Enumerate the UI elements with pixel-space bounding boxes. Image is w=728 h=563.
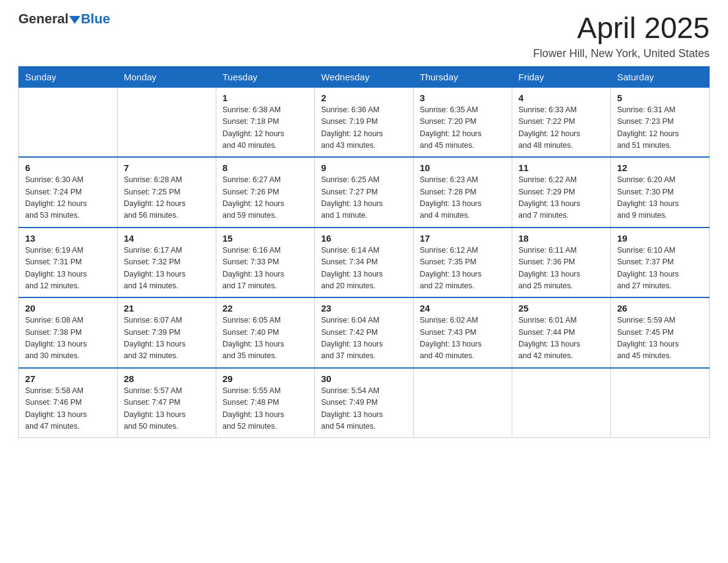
- page-header: General Blue April 2025 Flower Hill, New…: [18, 12, 710, 60]
- day-number: 2: [321, 93, 407, 103]
- day-info: Sunrise: 6:28 AM Sunset: 7:25 PM Dayligh…: [124, 174, 210, 222]
- day-number: 18: [518, 233, 604, 243]
- calendar-cell: 6Sunrise: 6:30 AM Sunset: 7:24 PM Daylig…: [19, 157, 118, 228]
- day-info: Sunrise: 6:22 AM Sunset: 7:29 PM Dayligh…: [518, 174, 604, 222]
- calendar-cell: [414, 368, 512, 438]
- header-cell-friday: Friday: [512, 66, 611, 87]
- calendar-cell: 10Sunrise: 6:23 AM Sunset: 7:28 PM Dayli…: [414, 157, 512, 228]
- day-number: 30: [321, 373, 407, 384]
- day-info: Sunrise: 6:07 AM Sunset: 7:39 PM Dayligh…: [124, 315, 210, 362]
- calendar-cell: 24Sunrise: 6:02 AM Sunset: 7:43 PM Dayli…: [414, 297, 512, 368]
- day-info: Sunrise: 5:55 AM Sunset: 7:48 PM Dayligh…: [222, 385, 308, 433]
- header-cell-saturday: Saturday: [611, 66, 710, 87]
- day-info: Sunrise: 6:12 AM Sunset: 7:35 PM Dayligh…: [420, 245, 506, 293]
- calendar-cell: 14Sunrise: 6:17 AM Sunset: 7:32 PM Dayli…: [118, 228, 216, 298]
- calendar-cell: 16Sunrise: 6:14 AM Sunset: 7:34 PM Dayli…: [315, 228, 414, 298]
- week-row-2: 6Sunrise: 6:30 AM Sunset: 7:24 PM Daylig…: [19, 157, 710, 228]
- day-info: Sunrise: 6:02 AM Sunset: 7:43 PM Dayligh…: [420, 315, 506, 362]
- header-cell-sunday: Sunday: [19, 66, 118, 87]
- day-info: Sunrise: 6:23 AM Sunset: 7:28 PM Dayligh…: [420, 174, 506, 222]
- day-info: Sunrise: 6:25 AM Sunset: 7:27 PM Dayligh…: [321, 174, 407, 222]
- day-number: 1: [222, 93, 308, 103]
- calendar-cell: 21Sunrise: 6:07 AM Sunset: 7:39 PM Dayli…: [118, 297, 216, 368]
- calendar-cell: [611, 368, 710, 438]
- day-number: 5: [617, 93, 703, 103]
- calendar-cell: [512, 368, 611, 438]
- calendar-cell: 12Sunrise: 6:20 AM Sunset: 7:30 PM Dayli…: [611, 157, 710, 228]
- calendar-cell: 3Sunrise: 6:35 AM Sunset: 7:20 PM Daylig…: [414, 87, 512, 157]
- day-info: Sunrise: 6:38 AM Sunset: 7:18 PM Dayligh…: [222, 104, 308, 152]
- day-number: 22: [222, 303, 308, 313]
- day-number: 7: [124, 163, 210, 173]
- day-number: 12: [617, 163, 703, 173]
- day-number: 25: [518, 303, 604, 313]
- calendar-cell: 23Sunrise: 6:04 AM Sunset: 7:42 PM Dayli…: [315, 297, 414, 368]
- day-number: 20: [25, 303, 111, 313]
- day-number: 19: [617, 233, 703, 243]
- calendar-cell: 18Sunrise: 6:11 AM Sunset: 7:36 PM Dayli…: [512, 228, 611, 298]
- day-info: Sunrise: 5:58 AM Sunset: 7:46 PM Dayligh…: [25, 385, 111, 433]
- calendar-cell: 2Sunrise: 6:36 AM Sunset: 7:19 PM Daylig…: [315, 87, 414, 157]
- day-number: 11: [518, 163, 604, 173]
- header-cell-tuesday: Tuesday: [216, 66, 315, 87]
- calendar-cell: 26Sunrise: 5:59 AM Sunset: 7:45 PM Dayli…: [611, 297, 710, 368]
- calendar-cell: 8Sunrise: 6:27 AM Sunset: 7:26 PM Daylig…: [216, 157, 315, 228]
- day-info: Sunrise: 6:08 AM Sunset: 7:38 PM Dayligh…: [25, 315, 111, 362]
- day-info: Sunrise: 6:33 AM Sunset: 7:22 PM Dayligh…: [518, 104, 604, 152]
- calendar-cell: 17Sunrise: 6:12 AM Sunset: 7:35 PM Dayli…: [414, 228, 512, 298]
- header-cell-wednesday: Wednesday: [315, 66, 414, 87]
- day-info: Sunrise: 6:17 AM Sunset: 7:32 PM Dayligh…: [124, 245, 210, 293]
- logo: General Blue: [18, 12, 110, 26]
- day-info: Sunrise: 6:36 AM Sunset: 7:19 PM Dayligh…: [321, 104, 407, 152]
- day-info: Sunrise: 6:20 AM Sunset: 7:30 PM Dayligh…: [617, 174, 703, 222]
- day-info: Sunrise: 6:19 AM Sunset: 7:31 PM Dayligh…: [25, 245, 111, 293]
- day-info: Sunrise: 5:54 AM Sunset: 7:49 PM Dayligh…: [321, 385, 407, 433]
- calendar-cell: 28Sunrise: 5:57 AM Sunset: 7:47 PM Dayli…: [118, 368, 216, 438]
- title-area: April 2025 Flower Hill, New York, United…: [533, 12, 710, 60]
- week-row-4: 20Sunrise: 6:08 AM Sunset: 7:38 PM Dayli…: [19, 297, 710, 368]
- calendar-body: 1Sunrise: 6:38 AM Sunset: 7:18 PM Daylig…: [19, 87, 710, 438]
- day-number: 14: [124, 233, 210, 243]
- day-number: 26: [617, 303, 703, 313]
- calendar-header: SundayMondayTuesdayWednesdayThursdayFrid…: [19, 66, 710, 87]
- day-number: 13: [25, 233, 111, 243]
- day-info: Sunrise: 6:16 AM Sunset: 7:33 PM Dayligh…: [222, 245, 308, 293]
- day-number: 17: [420, 233, 506, 243]
- calendar-cell: 19Sunrise: 6:10 AM Sunset: 7:37 PM Dayli…: [611, 228, 710, 298]
- calendar-cell: 5Sunrise: 6:31 AM Sunset: 7:23 PM Daylig…: [611, 87, 710, 157]
- logo-general-text: General: [18, 12, 69, 26]
- logo-blue-text: Blue: [81, 12, 110, 26]
- calendar-cell: 7Sunrise: 6:28 AM Sunset: 7:25 PM Daylig…: [118, 157, 216, 228]
- calendar-cell: 1Sunrise: 6:38 AM Sunset: 7:18 PM Daylig…: [216, 87, 315, 157]
- day-number: 27: [25, 373, 111, 384]
- logo-triangle-icon: [69, 16, 80, 24]
- day-number: 10: [420, 163, 506, 173]
- calendar-cell: 20Sunrise: 6:08 AM Sunset: 7:38 PM Dayli…: [19, 297, 118, 368]
- day-number: 16: [321, 233, 407, 243]
- calendar-cell: 15Sunrise: 6:16 AM Sunset: 7:33 PM Dayli…: [216, 228, 315, 298]
- day-number: 23: [321, 303, 407, 313]
- week-row-1: 1Sunrise: 6:38 AM Sunset: 7:18 PM Daylig…: [19, 87, 710, 157]
- day-info: Sunrise: 5:57 AM Sunset: 7:47 PM Dayligh…: [124, 385, 210, 433]
- day-info: Sunrise: 5:59 AM Sunset: 7:45 PM Dayligh…: [617, 315, 703, 362]
- calendar-cell: 11Sunrise: 6:22 AM Sunset: 7:29 PM Dayli…: [512, 157, 611, 228]
- calendar-cell: 25Sunrise: 6:01 AM Sunset: 7:44 PM Dayli…: [512, 297, 611, 368]
- day-info: Sunrise: 6:27 AM Sunset: 7:26 PM Dayligh…: [222, 174, 308, 222]
- calendar-cell: 22Sunrise: 6:05 AM Sunset: 7:40 PM Dayli…: [216, 297, 315, 368]
- day-number: 28: [124, 373, 210, 384]
- day-number: 6: [25, 163, 111, 173]
- day-info: Sunrise: 6:30 AM Sunset: 7:24 PM Dayligh…: [25, 174, 111, 222]
- day-number: 21: [124, 303, 210, 313]
- page-title: April 2025: [533, 12, 710, 45]
- week-row-5: 27Sunrise: 5:58 AM Sunset: 7:46 PM Dayli…: [19, 368, 710, 438]
- calendar-table: SundayMondayTuesdayWednesdayThursdayFrid…: [18, 66, 710, 439]
- day-info: Sunrise: 6:14 AM Sunset: 7:34 PM Dayligh…: [321, 245, 407, 293]
- calendar-cell: 29Sunrise: 5:55 AM Sunset: 7:48 PM Dayli…: [216, 368, 315, 438]
- day-info: Sunrise: 6:05 AM Sunset: 7:40 PM Dayligh…: [222, 315, 308, 362]
- calendar-cell: 30Sunrise: 5:54 AM Sunset: 7:49 PM Dayli…: [315, 368, 414, 438]
- day-info: Sunrise: 6:04 AM Sunset: 7:42 PM Dayligh…: [321, 315, 407, 362]
- header-row: SundayMondayTuesdayWednesdayThursdayFrid…: [19, 66, 710, 87]
- calendar-cell: 9Sunrise: 6:25 AM Sunset: 7:27 PM Daylig…: [315, 157, 414, 228]
- day-number: 4: [518, 93, 604, 103]
- day-number: 8: [222, 163, 308, 173]
